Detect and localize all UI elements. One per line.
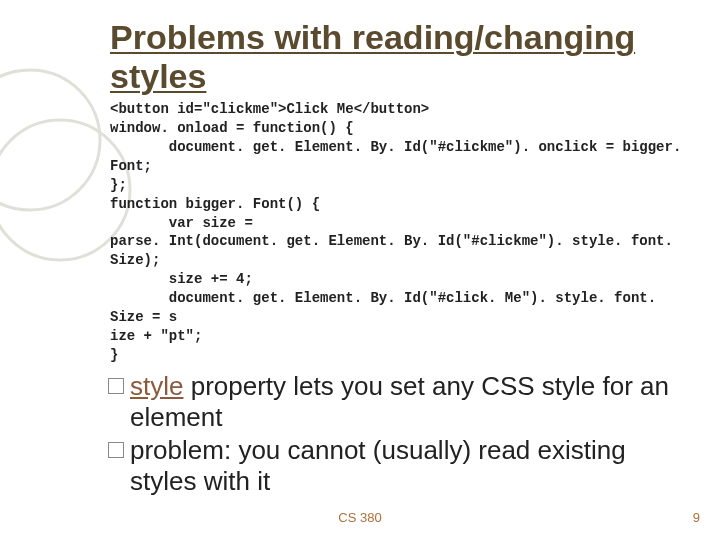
slide-number: 9 bbox=[693, 510, 700, 525]
bullet-text: problem: you cannot (usually) read exist… bbox=[130, 435, 626, 496]
bullet-list: style property lets you set any CSS styl… bbox=[110, 371, 692, 498]
slide-title: Problems with reading/changing styles bbox=[110, 18, 692, 96]
code-snippet: <button id="clickme">Click Me</button> w… bbox=[110, 100, 692, 364]
bullet-text: property lets you set any CSS style for … bbox=[130, 371, 669, 432]
slide-content: Problems with reading/changing styles <b… bbox=[0, 0, 720, 497]
style-link[interactable]: style bbox=[130, 371, 183, 401]
bullet-item: problem: you cannot (usually) read exist… bbox=[130, 435, 692, 497]
footer-course: CS 380 bbox=[338, 510, 381, 525]
bullet-item: style property lets you set any CSS styl… bbox=[130, 371, 692, 433]
